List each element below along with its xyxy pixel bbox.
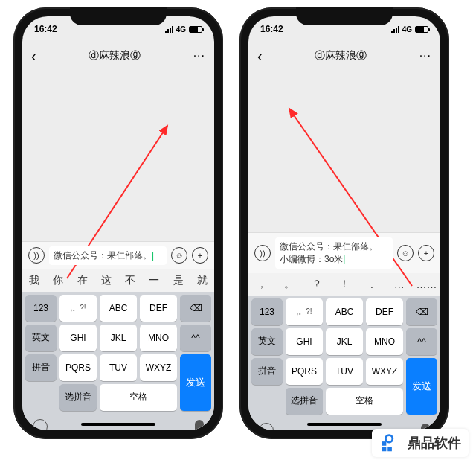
watermark-icon (379, 432, 402, 454)
candidate[interactable]: …… (413, 278, 440, 290)
candidate[interactable]: 在 (71, 274, 94, 287)
key-lang[interactable]: 英文 (251, 328, 283, 355)
chat-area[interactable] (22, 70, 214, 241)
watermark: 鼎品软件 (372, 429, 469, 457)
candidate[interactable]: 这 (94, 274, 118, 287)
key-punct[interactable]: ,。?! (286, 298, 323, 325)
status-time: 16:42 (260, 24, 283, 34)
key-def[interactable]: DEF (366, 298, 403, 325)
candidate[interactable]: ？ (303, 278, 331, 291)
key-ghi[interactable]: GHI (60, 325, 97, 351)
chat-title: ⓓ麻辣浪ⓖ (89, 49, 141, 63)
key-abc[interactable]: ABC (326, 298, 363, 325)
plus-icon[interactable]: + (192, 247, 208, 264)
key-def[interactable]: DEF (140, 295, 177, 322)
globe-icon[interactable] (33, 419, 48, 430)
key-jkl[interactable]: JKL (100, 325, 137, 351)
key-select-pinyin[interactable]: 选拼音 (286, 388, 323, 415)
home-indicator[interactable] (307, 423, 382, 426)
navbar: ‹ ⓓ麻辣浪ⓖ ··· (22, 42, 214, 70)
candidate[interactable]: ， (248, 278, 276, 291)
phone-left: 16:42 4G ‹ ⓓ麻辣浪ⓖ ··· )) 微信公众 (13, 7, 223, 439)
candidate[interactable]: 我 (22, 274, 46, 287)
home-indicator[interactable] (81, 423, 155, 426)
watermark-text: 鼎品软件 (408, 434, 461, 452)
send-button[interactable]: 发送 (180, 354, 211, 411)
notch (296, 7, 393, 25)
network-label: 4G (176, 25, 186, 33)
key-wxyz[interactable]: WXYZ (366, 358, 403, 385)
keyboard: 123 ,。?! ABC DEF ⌫ 英文 GHI JKL MNO ^^ 拼音 … (22, 292, 214, 414)
candidate-bar[interactable]: 我 你 在 这 不 一 是 就 (22, 269, 214, 292)
plus-icon[interactable]: + (418, 245, 434, 261)
status-time: 16:42 (34, 24, 57, 34)
key-space[interactable]: 空格 (100, 384, 177, 411)
message-input[interactable]: 微信公众号：果仁部落。 小编微博：3o米| (275, 237, 393, 269)
candidate[interactable]: 。 (276, 278, 303, 291)
candidate[interactable]: ！ (331, 278, 358, 291)
emoji-icon[interactable]: ☺ (171, 247, 187, 264)
voice-icon[interactable]: )) (254, 245, 271, 261)
chat-area[interactable] (248, 70, 440, 232)
more-icon[interactable]: ··· (193, 49, 205, 63)
key-123[interactable]: 123 (251, 298, 283, 325)
key-abc[interactable]: ABC (100, 295, 137, 322)
emoji-icon[interactable]: ☺ (397, 245, 414, 261)
input-bar: )) 微信公众号：果仁部落。 小编微博：3o米| ☺ + (248, 232, 440, 273)
battery-icon (189, 26, 202, 33)
input-bar: )) 微信公众号：果仁部落。| ☺ + (22, 241, 214, 269)
candidate-bar[interactable]: ， 。 ？ ！ . … …… (248, 273, 440, 296)
key-space[interactable]: 空格 (326, 388, 403, 415)
svg-point-5 (385, 435, 392, 442)
message-input[interactable]: 微信公众号：果仁部落。| (49, 246, 167, 265)
key-select-pinyin[interactable]: 选拼音 (60, 384, 97, 411)
svg-rect-3 (382, 447, 387, 452)
key-lang[interactable]: 英文 (25, 325, 57, 351)
key-ghi[interactable]: GHI (286, 328, 323, 355)
candidate[interactable]: 一 (142, 274, 166, 287)
key-mno[interactable]: MNO (140, 325, 177, 351)
more-icon[interactable]: ··· (419, 49, 431, 63)
chat-title: ⓓ麻辣浪ⓖ (315, 49, 367, 63)
signal-icon (165, 26, 173, 33)
svg-rect-2 (382, 441, 387, 446)
key-pinyin[interactable]: 拼音 (251, 358, 283, 385)
phone-right: 16:42 4G ‹ ⓓ麻辣浪ⓖ ··· )) (239, 7, 449, 439)
key-wxyz[interactable]: WXYZ (140, 354, 177, 381)
key-pqrs[interactable]: PQRS (60, 354, 97, 381)
back-icon[interactable]: ‹ (31, 48, 36, 65)
key-jkl[interactable]: JKL (326, 328, 363, 355)
key-tuv[interactable]: TUV (326, 358, 363, 385)
svg-rect-4 (387, 447, 392, 452)
candidate[interactable]: 是 (167, 274, 190, 287)
back-icon[interactable]: ‹ (257, 48, 263, 65)
network-label: 4G (402, 25, 412, 33)
candidate[interactable]: 就 (190, 274, 214, 287)
notch (70, 7, 167, 25)
candidate[interactable]: 你 (46, 274, 70, 287)
voice-icon[interactable]: )) (28, 247, 45, 264)
key-pqrs[interactable]: PQRS (286, 358, 323, 385)
keyboard: 123 ,。?! ABC DEF ⌫ 英文 GHI JKL MNO ^^ 拼音 … (248, 296, 440, 418)
mic-icon[interactable] (195, 420, 204, 430)
key-tuv[interactable]: TUV (100, 354, 137, 381)
send-button[interactable]: 发送 (406, 358, 437, 415)
backspace-icon[interactable]: ⌫ (406, 298, 437, 325)
backspace-icon[interactable]: ⌫ (180, 295, 211, 322)
key-face[interactable]: ^^ (180, 325, 211, 351)
key-punct[interactable]: ,。?! (60, 295, 97, 322)
key-123[interactable]: 123 (25, 295, 57, 322)
globe-icon[interactable] (259, 423, 274, 430)
signal-icon (391, 26, 399, 33)
navbar: ‹ ⓓ麻辣浪ⓖ ··· (248, 42, 440, 70)
key-pinyin[interactable]: 拼音 (25, 354, 57, 381)
candidate[interactable]: 不 (118, 274, 142, 287)
candidate[interactable]: . (358, 278, 385, 290)
battery-icon (415, 26, 428, 33)
key-face[interactable]: ^^ (406, 328, 437, 355)
candidate[interactable]: … (385, 278, 413, 290)
keyboard-toolbar (22, 414, 214, 430)
key-mno[interactable]: MNO (366, 328, 403, 355)
